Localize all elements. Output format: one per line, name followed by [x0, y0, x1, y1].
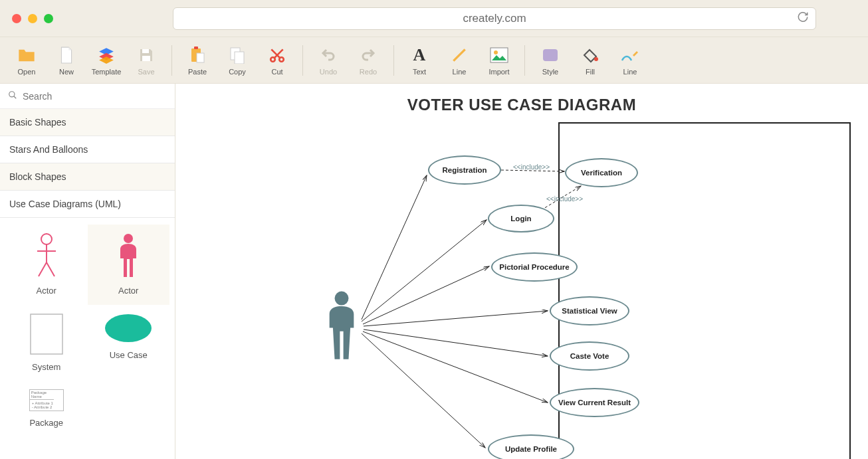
shape-usecase[interactable]: Use Case — [88, 305, 170, 381]
shape-search[interactable] — [0, 84, 175, 109]
usecase-icon — [104, 313, 153, 343]
svg-rect-3 — [194, 46, 198, 49]
package-icon: Package Name + Attribute 1 - Attribute 2 — [29, 389, 64, 411]
shape-actor-solid[interactable]: Actor — [88, 225, 170, 305]
svg-point-11 — [494, 50, 498, 54]
usecase-pictorial[interactable]: Pictorial Procedure — [491, 252, 578, 282]
undo-icon — [320, 45, 336, 65]
line-icon — [451, 45, 468, 65]
usecase-login[interactable]: Login — [488, 205, 554, 232]
pencil-line-icon — [621, 45, 639, 65]
style-button[interactable]: Style — [533, 45, 568, 76]
fill-button[interactable]: Fill — [573, 45, 607, 76]
shape-actor-stick[interactable]: Actor — [5, 225, 88, 305]
svg-rect-6 — [235, 52, 244, 64]
svg-line-24 — [362, 220, 487, 321]
diagram-title[interactable]: VOTER USE CASE DIAGRAM — [175, 96, 868, 114]
redo-icon — [360, 45, 376, 65]
include-label-2: <<include>> — [546, 195, 583, 203]
svg-point-32 — [335, 292, 349, 306]
new-button[interactable]: New — [49, 45, 84, 76]
shape-palette: Actor Actor System Use Case — [0, 218, 175, 444]
layers-icon — [97, 45, 116, 65]
svg-rect-21 — [31, 314, 62, 354]
file-icon — [59, 45, 74, 65]
svg-point-22 — [105, 314, 152, 342]
actor-solid-icon — [114, 232, 143, 279]
actor-voter[interactable] — [318, 290, 365, 365]
folder-icon — [17, 45, 36, 65]
import-button[interactable]: Import — [482, 45, 516, 76]
url-text: creately.com — [463, 12, 526, 25]
usecase-verification[interactable]: Verification — [565, 158, 638, 187]
paste-button[interactable]: Paste — [180, 45, 215, 76]
diagram-canvas[interactable]: VOTER USE CASE DIAGRAM <<include>> <<inc… — [175, 84, 868, 459]
svg-point-15 — [41, 234, 52, 244]
text-tool-button[interactable]: A Text — [402, 45, 437, 76]
paste-icon — [189, 45, 205, 65]
line-style-button[interactable]: Line — [613, 45, 647, 76]
save-button[interactable]: Save — [129, 45, 163, 76]
svg-line-28 — [363, 331, 548, 403]
svg-line-9 — [453, 49, 465, 60]
style-icon — [542, 45, 559, 65]
sidebar: Basic Shapes Stars And Balloons Block Sh… — [0, 84, 175, 459]
svg-point-20 — [124, 234, 133, 243]
search-input[interactable] — [23, 91, 167, 102]
system-icon — [29, 313, 64, 355]
svg-rect-4 — [197, 53, 204, 62]
usecase-registration[interactable]: Registration — [428, 155, 501, 185]
svg-rect-12 — [543, 49, 558, 61]
shape-system[interactable]: System — [5, 305, 88, 381]
svg-line-27 — [364, 329, 548, 356]
section-usecase-uml[interactable]: Use Case Diagrams (UML) — [0, 191, 175, 218]
svg-point-13 — [594, 57, 598, 61]
svg-line-23 — [362, 175, 427, 320]
section-block-shapes[interactable]: Block Shapes — [0, 163, 175, 191]
url-bar[interactable]: creately.com — [173, 7, 816, 30]
actor-stick-icon — [33, 232, 60, 279]
line-tool-button[interactable]: Line — [442, 45, 477, 76]
section-basic-shapes[interactable]: Basic Shapes — [0, 109, 175, 136]
text-icon: A — [413, 45, 426, 65]
open-button[interactable]: Open — [9, 45, 44, 76]
usecase-castevote[interactable]: Caste Vote — [550, 341, 629, 371]
search-icon — [8, 90, 17, 102]
usecase-updateprofile[interactable]: Update Profile — [488, 434, 574, 459]
image-icon — [490, 45, 508, 65]
usecase-statistical[interactable]: Statistical View — [550, 296, 629, 325]
usecase-viewresult[interactable]: View Current Result — [550, 388, 639, 417]
copy-button[interactable]: Copy — [220, 45, 255, 76]
close-window-button[interactable] — [12, 14, 21, 23]
bucket-icon — [582, 45, 599, 65]
minimize-window-button[interactable] — [28, 14, 37, 23]
window-controls — [12, 14, 53, 23]
svg-point-14 — [9, 91, 15, 96]
cut-button[interactable]: Cut — [260, 45, 294, 76]
reload-icon[interactable] — [797, 11, 809, 26]
undo-button[interactable]: Undo — [311, 45, 346, 76]
save-icon — [138, 45, 154, 65]
toolbar: Open New Template Save Paste Copy Cut — [0, 37, 868, 84]
svg-line-25 — [363, 266, 489, 324]
svg-rect-1 — [142, 56, 150, 61]
shape-package[interactable]: Package Name + Attribute 1 - Attribute 2… — [5, 381, 88, 437]
window-titlebar: creately.com — [0, 0, 868, 37]
template-button[interactable]: Template — [89, 45, 124, 76]
svg-rect-0 — [142, 49, 149, 53]
redo-button[interactable]: Redo — [351, 45, 385, 76]
scissors-icon — [269, 45, 286, 65]
svg-line-19 — [47, 262, 54, 276]
svg-line-29 — [362, 333, 485, 448]
include-label-1: <<include>> — [513, 163, 550, 171]
copy-icon — [229, 45, 245, 65]
svg-line-26 — [364, 311, 548, 326]
maximize-window-button[interactable] — [44, 14, 53, 23]
svg-line-18 — [39, 262, 47, 276]
section-stars-balloons[interactable]: Stars And Balloons — [0, 136, 175, 163]
